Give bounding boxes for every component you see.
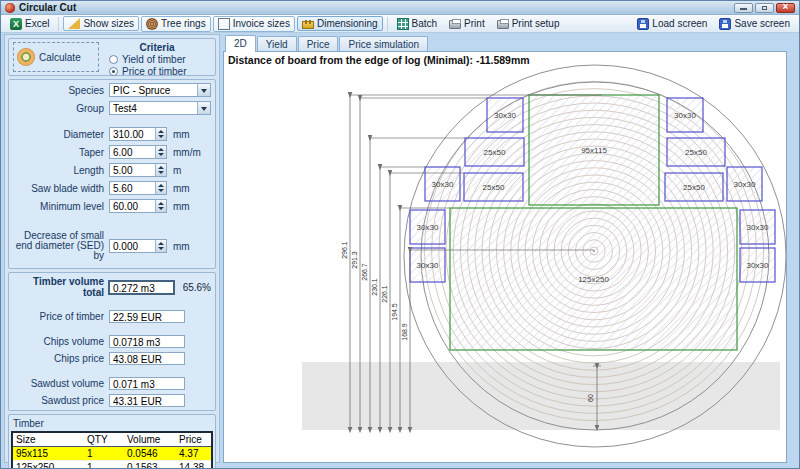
taper-value: 6.00 [113,147,132,158]
view-tabs: 2D Yield Price Price simulation [223,34,796,51]
chevron-down-icon [201,89,207,93]
spinner-control[interactable] [155,240,166,252]
minimum-level-field[interactable]: 60.00 [109,199,167,213]
close-button[interactable] [776,3,795,13]
maximize-button[interactable] [755,3,774,13]
cell-qty: 1 [84,447,124,461]
calculate-label: Calculate [39,52,81,63]
dimensioning-label: Dimensioning [317,18,378,29]
cell-price: 14.38 [176,461,212,469]
invoice-sizes-button[interactable]: Invoice sizes [213,16,295,32]
chips-volume-label: Chips volume [13,336,109,347]
saw-blade-width-field[interactable]: 5.60 [109,181,167,195]
column-header-price: Price [176,432,212,447]
cell-volume: 0.1563 [124,461,176,469]
group-value: Test4 [113,103,137,114]
length-unit: m [167,165,181,176]
taper-field[interactable]: 6.00 [109,145,167,159]
minimum-level-unit: mm [167,201,190,212]
saw-blade-icon [17,48,35,66]
spinner-control[interactable] [155,200,166,212]
species-value: PIC - Spruce [113,85,170,96]
taper-unit: mm/m [167,147,201,158]
dimension-label: 168.9 [401,323,408,341]
group-select[interactable]: Test4 [109,101,211,115]
tree-rings-icon [146,18,158,30]
column-header-size: Size [12,432,84,447]
diameter-field[interactable]: 310.00 [109,127,167,141]
chevron-down-icon [201,107,207,111]
sawdust-price-field: 43.31 EUR [109,394,185,407]
toolbar-separator [58,17,59,31]
sawdust-price-label: Sawdust price [13,395,109,406]
species-select[interactable]: PIC - Spruce [109,83,211,97]
print-button[interactable]: Print [444,16,490,31]
taper-label: Taper [13,147,109,158]
show-sizes-button[interactable]: Show sizes [63,16,139,31]
load-screen-icon [637,18,649,30]
table-row[interactable]: 95x115 1 0.0546 4.37 [12,447,212,461]
tab-price-simulation[interactable]: Price simulation [339,36,428,51]
chips-price-field: 43.08 EUR [109,352,185,365]
board-label: 30x30 [747,261,769,270]
radio-price-of-timber[interactable]: Price of timber [109,66,211,77]
dimensioning-button[interactable]: Dimensioning [297,16,383,31]
save-screen-label: Save screen [734,18,790,29]
radio-icon[interactable] [109,67,118,76]
view-panel: 2D Yield Price Price simulation Distance… [223,34,796,463]
print-icon [449,20,461,29]
batch-button[interactable]: Batch [392,16,443,32]
cell-qty: 1 [84,461,124,469]
board-label: 30x30 [747,223,769,232]
calculate-button[interactable]: Calculate [13,42,99,72]
titlebar[interactable]: Circular Cut [1,1,799,15]
save-screen-button[interactable]: Save screen [714,16,795,32]
tab-2d[interactable]: 2D [225,35,256,52]
tree-rings-label: Tree rings [161,18,206,29]
app-icon [5,3,15,13]
cut-diagram: 30x3095x11530x3025x5025x5030x3025x5025x5… [224,52,787,452]
sawdust-volume-field: 0.071 m3 [109,377,185,390]
window-title: Circular Cut [19,2,76,13]
tab-price[interactable]: Price [298,36,339,51]
excel-button[interactable]: Excel [5,16,54,32]
sed-decrease-unit: mm [167,241,190,252]
board-label: 25x50 [683,183,705,192]
tab-yield[interactable]: Yield [257,36,297,51]
length-field[interactable]: 5.00 [109,163,167,177]
sed-decrease-field[interactable]: 0.000 [109,239,167,253]
dimension-label: 296.1 [341,241,348,259]
criteria-title: Criteria [103,42,211,53]
radio-yield-of-timber[interactable]: Yield of timber [109,54,211,65]
column-header-volume: Volume [124,432,176,447]
sed-decrease-label: Decrease of small end diameter (SED) by [13,231,109,261]
length-value: 5.00 [113,165,132,176]
minimum-level-value: 60.00 [113,201,138,212]
diagram-canvas: Distance of board from the edge of log (… [223,51,787,463]
timber-table: Size QTY Volume Price 95x115 1 0.0546 4.… [11,431,213,469]
group-label: Group [13,103,109,114]
radio-icon[interactable] [109,55,118,64]
board-label: 30x30 [734,180,756,189]
excel-label: Excel [25,18,49,29]
saw-blade-width-unit: mm [167,183,190,194]
spinner-control[interactable] [155,146,166,158]
load-screen-button[interactable]: Load screen [632,16,712,32]
print-setup-button[interactable]: Print setup [492,16,565,31]
print-label: Print [464,18,485,29]
spinner-control[interactable] [155,182,166,194]
minimize-button[interactable] [734,3,753,13]
cell-volume: 0.0546 [124,447,176,461]
spinner-control[interactable] [155,128,166,140]
diameter-value: 310.00 [113,129,144,140]
table-row[interactable]: 125x250 1 0.1563 14.38 [12,461,212,469]
minimum-level-label: Minimum level [13,201,109,212]
invoice-sizes-label: Invoice sizes [233,18,290,29]
board-label: 25x50 [685,148,707,157]
tree-rings-button[interactable]: Tree rings [141,16,211,32]
spinner-control[interactable] [155,164,166,176]
cell-size: 95x115 [12,447,84,461]
chips-price-label: Chips price [13,353,109,364]
board-label: 30x30 [417,223,439,232]
column-header-qty: QTY [84,432,124,447]
